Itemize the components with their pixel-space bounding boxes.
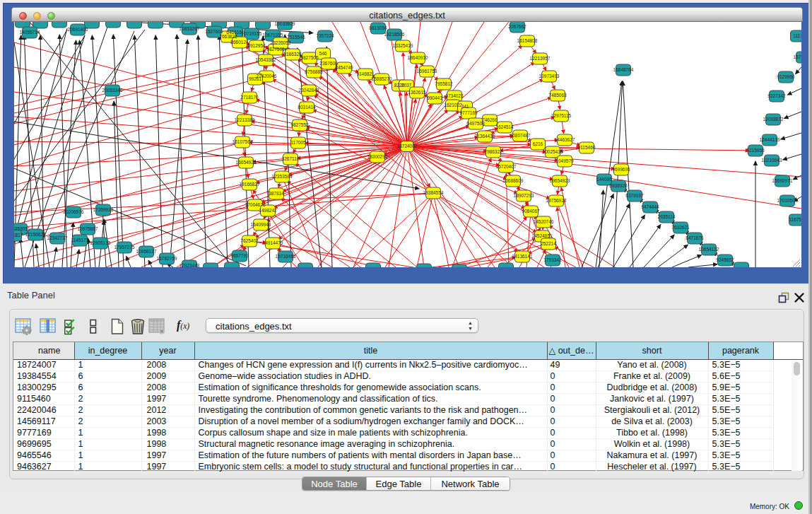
svg-text:19384554: 19384554	[423, 190, 444, 195]
svg-text:8471676: 8471676	[686, 235, 704, 240]
svg-text:9129966: 9129966	[777, 74, 795, 79]
svg-text:18724007: 18724007	[397, 144, 418, 148]
svg-text:7632621: 7632621	[671, 225, 690, 230]
svg-text:9657791: 9657791	[230, 253, 249, 258]
svg-text:1362615: 1362615	[408, 90, 426, 95]
svg-text:18907293: 18907293	[514, 193, 534, 198]
svg-text:18300295: 18300295	[367, 154, 388, 159]
svg-text:252214: 252214	[541, 241, 556, 246]
svg-text:13325419: 13325419	[393, 43, 413, 48]
svg-text:10958127: 10958127	[136, 249, 157, 254]
svg-text:116753: 116753	[789, 217, 801, 222]
svg-text:20053346: 20053346	[102, 88, 123, 93]
svg-text:20691406: 20691406	[68, 27, 88, 32]
svg-text:15720407: 15720407	[496, 164, 517, 169]
svg-text:10654122: 10654122	[699, 247, 719, 252]
svg-text:17359918: 17359918	[93, 207, 114, 212]
svg-text:12213957: 12213957	[530, 56, 551, 61]
svg-text:144095: 144095	[596, 177, 612, 182]
svg-text:10688609: 10688609	[503, 178, 524, 183]
svg-text:16033809: 16033809	[275, 22, 295, 26]
svg-text:9115460: 9115460	[578, 145, 596, 150]
svg-text:6379197: 6379197	[625, 193, 644, 198]
svg-text:17004678: 17004678	[245, 202, 266, 207]
svg-text:7663822: 7663822	[219, 34, 237, 39]
svg-text:10210643: 10210643	[762, 158, 782, 163]
svg-text:1621022: 1621022	[444, 103, 462, 107]
svg-text:12975115: 12975115	[551, 113, 572, 118]
svg-text:15885270: 15885270	[372, 76, 392, 81]
svg-text:8912954: 8912954	[247, 43, 266, 48]
svg-text:8756885: 8756885	[305, 69, 323, 74]
svg-text:8660124: 8660124	[230, 40, 249, 45]
svg-text:14136141: 14136141	[512, 254, 533, 259]
svg-text:10543382: 10543382	[256, 57, 276, 62]
svg-text:117005: 117005	[290, 140, 306, 145]
svg-text:12156829: 12156829	[25, 232, 46, 237]
svg-text:2935114: 2935114	[658, 214, 676, 219]
svg-text:10025438: 10025438	[543, 149, 563, 154]
svg-text:18640910: 18640910	[408, 55, 428, 60]
svg-text:12342737: 12342737	[47, 235, 68, 240]
svg-text:7955812: 7955812	[435, 81, 453, 86]
svg-text:1498242: 1498242	[259, 208, 277, 213]
svg-text:3911817: 3911817	[14, 233, 23, 238]
svg-text:12444139: 12444139	[760, 137, 780, 142]
svg-text:17957275: 17957275	[114, 245, 135, 250]
svg-text:9227342: 9227342	[767, 93, 786, 98]
svg-text:8938928: 8938928	[609, 183, 628, 188]
svg-text:14520746: 14520746	[534, 219, 554, 224]
svg-text:10975867: 10975867	[78, 226, 98, 231]
svg-text:9827506: 9827506	[266, 47, 285, 52]
svg-text:16409948: 16409948	[251, 222, 271, 227]
svg-text:12093872: 12093872	[763, 117, 784, 122]
svg-text:2087682: 2087682	[508, 24, 526, 29]
svg-text:21364436: 21364436	[475, 134, 495, 139]
svg-text:15751074: 15751074	[794, 54, 801, 59]
svg-text:19166827: 19166827	[240, 182, 260, 187]
svg-text:12905135: 12905135	[90, 240, 111, 245]
svg-text:3267110: 3267110	[282, 156, 300, 161]
svg-text:1527602: 1527602	[205, 29, 223, 34]
svg-text:20206576: 20206576	[64, 209, 84, 214]
svg-text:7357224: 7357224	[316, 33, 334, 38]
svg-text:12353584: 12353584	[272, 174, 293, 179]
svg-text:14353051: 14353051	[14, 226, 30, 231]
svg-text:5215955: 5215955	[746, 148, 765, 153]
svg-text:7625402: 7625402	[240, 238, 259, 243]
svg-text:16648764: 16648764	[613, 67, 634, 72]
svg-text:9827505: 9827505	[300, 55, 319, 60]
svg-text:9245652: 9245652	[716, 257, 734, 262]
svg-text:7986322: 7986322	[484, 149, 502, 154]
svg-text:23242848: 23242848	[299, 88, 319, 93]
svg-text:8186328: 8186328	[283, 52, 302, 57]
svg-text:9146821: 9146821	[356, 71, 375, 76]
svg-text:10853267: 10853267	[180, 26, 200, 31]
svg-text:14055714: 14055714	[20, 30, 40, 35]
svg-text:15692971: 15692971	[772, 178, 793, 183]
svg-text:10807487: 10807487	[510, 133, 531, 138]
svg-text:1117: 1117	[793, 33, 801, 38]
svg-text:16782759: 16782759	[157, 256, 177, 261]
svg-text:14463627: 14463627	[555, 137, 575, 142]
svg-text:1624514: 1624514	[495, 124, 514, 129]
svg-text:19756928: 19756928	[546, 198, 567, 203]
svg-text:1753342: 1753342	[543, 257, 562, 262]
svg-text:9084067: 9084067	[522, 209, 540, 214]
svg-text:1145171: 1145171	[71, 238, 89, 243]
svg-text:23226058: 23226058	[271, 40, 291, 45]
svg-text:16154808: 16154808	[517, 38, 538, 43]
svg-text:9827552: 9827552	[290, 122, 309, 127]
svg-text:8454749: 8454749	[335, 65, 353, 70]
svg-text:9699695: 9699695	[612, 167, 630, 172]
svg-text:8813054: 8813054	[369, 25, 387, 30]
svg-text:15716485: 15716485	[276, 254, 296, 259]
svg-text:12213389: 12213389	[235, 117, 255, 122]
svg-text:6216: 6216	[533, 141, 543, 146]
svg-text:10719155: 10719155	[242, 31, 262, 36]
svg-text:341: 341	[461, 104, 469, 109]
svg-text:9777169: 9777169	[459, 110, 478, 115]
svg-text:746266: 746266	[482, 117, 498, 122]
svg-text:17010504: 17010504	[777, 198, 798, 203]
svg-text:16654928: 16654928	[236, 160, 257, 165]
